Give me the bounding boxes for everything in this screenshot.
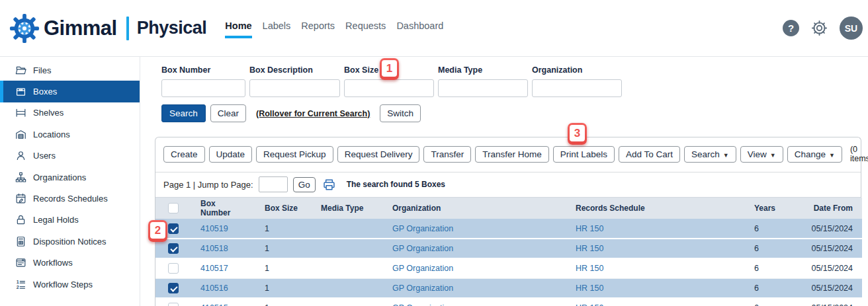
create-button[interactable]: Create	[163, 146, 205, 163]
sidebar-item-shelves[interactable]: Shelves	[0, 102, 140, 124]
brand-product: Physical	[137, 18, 207, 38]
sidebar-item-label: Workflow Steps	[33, 280, 93, 289]
svg-text:1: 1	[17, 280, 19, 285]
media-type-label: Media Type	[438, 65, 528, 75]
sidebar-item-legal-holds[interactable]: Legal Holds	[0, 210, 140, 231]
add-to-cart-button[interactable]: Add To Cart	[619, 146, 680, 163]
sidebar-item-records-schedules[interactable]: Records Schedules	[0, 188, 140, 209]
table-header-row: Box Number Box Size Media Type Organizat…	[155, 198, 862, 219]
field-box-number: Box Number	[161, 65, 245, 97]
document-icon	[15, 235, 27, 248]
organization-link[interactable]: GP Organization	[392, 264, 453, 273]
row-checkbox[interactable]	[168, 303, 179, 306]
sidebar-item-boxes[interactable]: Boxes	[0, 81, 140, 102]
media-type-input[interactable]	[438, 79, 528, 97]
nav-reports[interactable]: Reports	[301, 20, 335, 38]
page-jump-label: Page 1 | Jump to Page:	[163, 180, 253, 190]
box-number-link[interactable]: 410516	[200, 284, 228, 293]
select-all-checkbox[interactable]	[168, 203, 179, 213]
nav-home[interactable]: Home	[225, 20, 251, 38]
organization-link[interactable]: GP Organization	[392, 284, 453, 293]
row-checkbox[interactable]	[168, 243, 179, 254]
user-icon	[15, 149, 27, 162]
date-from-cell: 05/15/2024	[801, 239, 862, 258]
gimmal-physical-app: Gimmal Physical Home Labels Reports Requ…	[0, 0, 868, 306]
clear-button[interactable]: Clear	[210, 104, 246, 122]
organization-link[interactable]: GP Organization	[392, 303, 453, 306]
sidebar-item-label: Disposition Notices	[33, 237, 107, 247]
jump-to-page-input[interactable]	[259, 176, 288, 192]
organization-label: Organization	[532, 65, 622, 75]
organization-link[interactable]: GP Organization	[392, 224, 453, 233]
nav-dashboard[interactable]: Dashboard	[396, 20, 443, 38]
transfer-home-button[interactable]: Transfer Home	[475, 146, 549, 163]
row-checkbox[interactable]	[168, 263, 179, 274]
box-number-input[interactable]	[161, 79, 245, 97]
shelves-icon	[15, 106, 27, 119]
box-size-cell: 1	[255, 298, 312, 306]
top-navigation: Home Labels Reports Requests Dashboard	[225, 20, 443, 38]
request-delivery-button[interactable]: Request Delivery	[337, 146, 420, 163]
organization-link[interactable]: GP Organization	[392, 244, 453, 253]
search-dropdown-button[interactable]: Search▼	[684, 146, 736, 163]
table-row[interactable]: 410518 1 GP Organization HR 150 6 05/15/…	[155, 239, 862, 258]
help-button[interactable]: ?	[783, 20, 799, 36]
search-dropdown-label: Search	[691, 149, 720, 159]
field-media-type: Media Type	[438, 65, 528, 97]
sidebar-item-workflow-steps[interactable]: 12 Workflow Steps	[0, 274, 140, 295]
records-schedule-link[interactable]: HR 150	[576, 224, 603, 233]
go-button[interactable]: Go	[293, 177, 316, 192]
records-schedule-link[interactable]: HR 150	[576, 284, 603, 293]
user-avatar[interactable]: SU	[840, 17, 863, 40]
update-button[interactable]: Update	[209, 146, 253, 163]
warehouse-icon	[15, 128, 27, 141]
change-dropdown-button[interactable]: Change▼	[787, 146, 842, 163]
header-actions: ? SU	[783, 17, 868, 40]
records-schedule-link[interactable]: HR 150	[576, 303, 603, 306]
results-toolbar: Create Update Request Pickup Request Del…	[155, 137, 861, 172]
sidebar-item-workflows[interactable]: Workflows	[0, 252, 140, 274]
view-dropdown-button[interactable]: View▼	[740, 146, 783, 163]
row-checkbox[interactable]	[168, 223, 179, 234]
box-number-link[interactable]: 410515	[200, 303, 228, 306]
sidebar-item-users[interactable]: Users	[0, 145, 140, 167]
box-number-link[interactable]: 410518	[200, 244, 228, 253]
media-type-cell	[312, 239, 383, 258]
folder-icon	[15, 64, 27, 77]
request-pickup-button[interactable]: Request Pickup	[256, 146, 333, 163]
col-date-from: Date From	[801, 198, 862, 219]
box-number-link[interactable]: 410517	[200, 264, 228, 273]
records-schedule-link[interactable]: HR 150	[576, 264, 603, 273]
switch-button[interactable]: Switch	[380, 104, 421, 122]
box-size-input[interactable]	[344, 79, 434, 97]
print-labels-button[interactable]: Print Labels	[553, 146, 615, 163]
field-box-description: Box Description	[249, 65, 340, 97]
sidebar-item-locations[interactable]: Locations	[0, 124, 140, 145]
transfer-button[interactable]: Transfer	[423, 146, 471, 163]
box-description-input[interactable]	[249, 79, 340, 97]
sidebar-item-disposition-notices[interactable]: Disposition Notices	[0, 231, 140, 252]
table-row[interactable]: 410519 1 GP Organization HR 150 6 05/15/…	[155, 219, 862, 239]
table-row[interactable]: 410516 1 GP Organization HR 150 6 05/15/…	[155, 278, 862, 298]
sidebar-item-files[interactable]: Files	[0, 59, 140, 81]
box-search-form: Box Number Box Description Box Size Medi…	[140, 57, 868, 122]
date-from-cell: 05/15/2024	[801, 298, 862, 306]
nav-requests[interactable]: Requests	[345, 20, 386, 38]
sidebar-item-organizations[interactable]: Organizations	[0, 167, 140, 188]
organization-input[interactable]	[532, 79, 622, 97]
col-years: Years	[745, 198, 801, 219]
rollover-current-search-link[interactable]: (Rollover for Current Search)	[256, 109, 370, 118]
records-schedule-link[interactable]: HR 150	[576, 244, 603, 253]
years-cell: 6	[745, 278, 801, 298]
table-row[interactable]: 410515 1 GP Organization HR 150 6 05/15/…	[155, 298, 862, 306]
settings-gear-icon[interactable]	[810, 19, 828, 37]
nav-labels[interactable]: Labels	[263, 20, 291, 38]
table-row[interactable]: 410517 1 GP Organization HR 150 6 05/15/…	[155, 258, 862, 278]
box-number-link[interactable]: 410519	[200, 224, 228, 233]
date-from-cell: 05/15/2024	[801, 219, 862, 239]
printer-icon[interactable]	[322, 178, 336, 192]
row-checkbox[interactable]	[168, 283, 179, 293]
col-records-schedule: Records Schedule	[566, 198, 745, 219]
search-button[interactable]: Search	[161, 104, 206, 122]
results-panel: Create Update Request Pickup Request Del…	[155, 137, 861, 306]
